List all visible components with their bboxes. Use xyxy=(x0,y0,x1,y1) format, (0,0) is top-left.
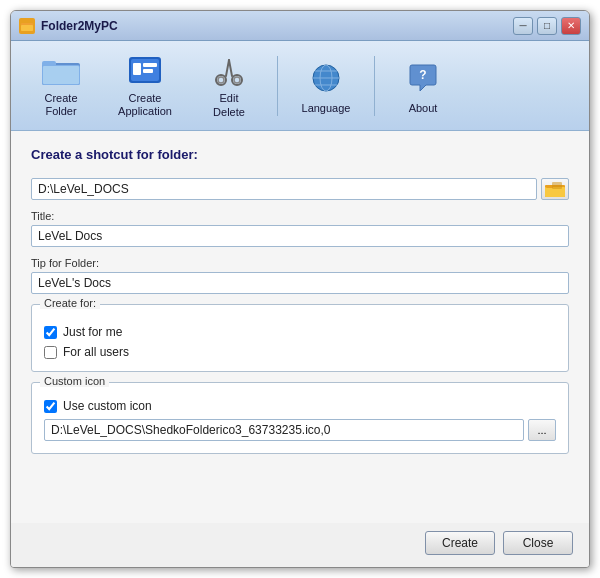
use-custom-icon-row: Use custom icon xyxy=(44,399,556,413)
create-folder-icon xyxy=(41,55,81,88)
browse-icon-button[interactable]: ... xyxy=(528,419,556,441)
close-button[interactable]: Close xyxy=(503,531,573,555)
all-users-row: For all users xyxy=(44,345,556,359)
svg-rect-10 xyxy=(143,63,157,67)
svg-line-15 xyxy=(229,60,232,76)
tip-group: Tip for Folder: xyxy=(31,257,569,294)
svg-point-17 xyxy=(234,77,240,83)
svg-rect-26 xyxy=(546,185,553,188)
create-for-label: Create for: xyxy=(40,297,100,309)
toolbar-about[interactable]: ? About xyxy=(383,48,463,123)
icon-path-input[interactable] xyxy=(44,419,524,441)
svg-rect-27 xyxy=(552,182,562,189)
just-for-me-checkbox[interactable] xyxy=(44,326,57,339)
window-controls: ─ □ ✕ xyxy=(513,17,581,35)
svg-rect-2 xyxy=(22,23,26,25)
just-for-me-label: Just for me xyxy=(63,325,122,339)
custom-icon-section-label: Custom icon xyxy=(40,375,109,387)
title-input[interactable] xyxy=(31,225,569,247)
window-title: Folder2MyPC xyxy=(41,19,513,33)
globe-icon xyxy=(306,58,346,98)
use-custom-icon-checkbox[interactable] xyxy=(44,400,57,413)
minimize-button[interactable]: ─ xyxy=(513,17,533,35)
about-label: About xyxy=(409,102,438,115)
svg-rect-9 xyxy=(133,63,141,75)
form-content: Create a shotcut for folder: Title: Tip … xyxy=(11,131,589,523)
all-users-label: For all users xyxy=(63,345,129,359)
create-for-group: Create for: Just for me For all users xyxy=(31,304,569,372)
toolbar-create-application[interactable]: CreateApplication xyxy=(105,48,185,123)
tip-label: Tip for Folder: xyxy=(31,257,569,269)
svg-rect-1 xyxy=(21,25,33,31)
create-folder-label: CreateFolder xyxy=(44,92,77,118)
speech-bubble-icon: ? xyxy=(403,58,443,98)
close-window-button[interactable]: ✕ xyxy=(561,17,581,35)
svg-point-16 xyxy=(218,77,224,83)
path-row xyxy=(31,178,569,200)
section-title: Create a shotcut for folder: xyxy=(31,147,569,162)
toolbar-edit-delete[interactable]: EditDelete xyxy=(189,48,269,123)
app-icon xyxy=(19,18,35,34)
scissors-icon xyxy=(209,54,249,88)
toolbar-sep-1 xyxy=(277,56,278,116)
tip-input[interactable] xyxy=(31,272,569,294)
edit-delete-label: EditDelete xyxy=(213,92,245,118)
maximize-button[interactable]: □ xyxy=(537,17,557,35)
icon-path-row: ... xyxy=(44,419,556,441)
toolbar: CreateFolder CreateApplication xyxy=(11,41,589,131)
title-group: Title: xyxy=(31,210,569,247)
toolbar-sep-2 xyxy=(374,56,375,116)
bottom-bar: Create Close xyxy=(11,523,589,567)
create-button[interactable]: Create xyxy=(425,531,495,555)
create-application-icon xyxy=(125,55,165,88)
all-users-checkbox[interactable] xyxy=(44,346,57,359)
svg-rect-11 xyxy=(143,69,153,73)
custom-icon-group: Custom icon Use custom icon ... xyxy=(31,382,569,454)
just-for-me-row: Just for me xyxy=(44,325,556,339)
title-label: Title: xyxy=(31,210,569,222)
use-custom-icon-label: Use custom icon xyxy=(63,399,152,413)
main-window: Folder2MyPC ─ □ ✕ CreateFolder xyxy=(10,10,590,568)
toolbar-create-folder[interactable]: CreateFolder xyxy=(21,48,101,123)
create-application-label: CreateApplication xyxy=(118,92,172,118)
language-label: Language xyxy=(302,102,351,115)
toolbar-language[interactable]: Language xyxy=(286,48,366,123)
svg-text:?: ? xyxy=(419,68,426,82)
folder-path-input[interactable] xyxy=(31,178,537,200)
title-bar: Folder2MyPC ─ □ ✕ xyxy=(11,11,589,41)
browse-folder-button[interactable] xyxy=(541,178,569,200)
svg-rect-6 xyxy=(43,66,79,84)
